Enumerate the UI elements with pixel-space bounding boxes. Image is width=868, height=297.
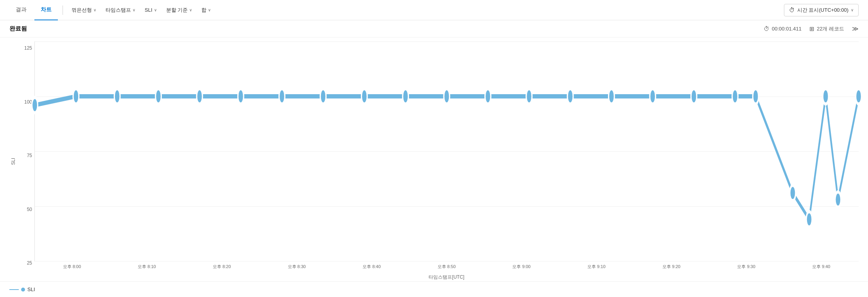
line-chart [35,41,859,261]
status-title: 완료됨 [9,25,27,32]
x-tick: 오후 9:10 [559,264,634,273]
svg-point-0 [32,97,38,113]
x-tick: 오후 9:40 [784,264,859,273]
legend-line [9,289,19,290]
chevron-down-icon: ∨ [154,8,157,12]
dropdown-timestamp[interactable]: 타임스탬프 ∨ [102,4,139,16]
nav-divider [63,5,63,15]
svg-point-20 [806,212,812,227]
x-tick: 오후 8:30 [259,264,334,273]
timer-icon: ⏱ [764,25,769,32]
svg-point-15 [650,89,656,104]
svg-point-1 [73,89,79,104]
duration-value: 00:00:01.411 [772,26,802,32]
svg-point-9 [403,89,409,104]
svg-point-11 [485,89,491,104]
tab-results[interactable]: 결과 [9,0,33,20]
dropdown-sli[interactable]: SLI ∨ [141,5,161,15]
dropdown-line-type[interactable]: 꺾은선형 ∨ [68,4,100,16]
y-tick: 125 [19,45,34,51]
svg-point-12 [526,89,532,104]
svg-point-4 [197,89,203,104]
svg-point-2 [114,89,120,104]
x-axis: 오후 8:00오후 8:10오후 8:20오후 8:30오후 8:40오후 8:… [34,261,859,273]
grid-line [35,261,859,261]
time-display[interactable]: ⏱ 시간 표시(UTC+00:00) ∨ [784,4,859,16]
chevron-down-icon: ∨ [851,8,854,12]
duration-item: ⏱ 00:00:01.411 [764,25,802,32]
records-item: ⊞ 22개 레코드 [809,25,844,32]
clock-icon: ⏱ [789,7,795,13]
records-value: 22개 레코드 [817,25,844,32]
x-tick: 오후 9:30 [709,264,784,273]
svg-point-16 [691,89,697,104]
chart-plot: 오후 8:00오후 8:10오후 8:20오후 8:30오후 8:40오후 8:… [34,41,859,281]
y-tick: 50 [19,207,34,212]
legend-item-sli: SLI [9,286,35,292]
x-tick: 오후 8:20 [184,264,259,273]
svg-point-14 [609,89,615,104]
svg-point-5 [238,89,244,104]
legend-label: SLI [27,286,35,292]
y-tick: 75 [19,153,34,158]
svg-point-23 [856,89,862,104]
x-tick: 오후 8:10 [109,264,185,273]
svg-point-6 [279,89,285,104]
chart-container: SLI 125100755025 오후 8:00오후 8:10오후 8:20오후… [0,38,868,281]
tab-chart[interactable]: 차트 [34,0,58,20]
legend-dot [21,288,25,292]
table-icon: ⊞ [809,25,814,32]
x-tick: 오후 9:00 [484,264,559,273]
svg-point-13 [567,89,573,104]
svg-point-21 [823,89,829,104]
svg-point-10 [444,89,450,104]
grid-area [34,41,859,261]
y-axis-label: SLI [9,41,17,281]
legend: SLI [0,281,868,297]
svg-point-7 [320,89,326,104]
x-tick: 오후 8:40 [334,264,409,273]
svg-point-17 [732,89,738,104]
status-right: ⏱ 00:00:01.411 ⊞ 22개 레코드 ≫ [764,25,859,32]
status-bar: 완료됨 ⏱ 00:00:01.411 ⊞ 22개 레코드 ≫ [0,20,868,38]
svg-point-8 [361,89,367,104]
x-tick: 오후 8:50 [409,264,484,273]
svg-point-19 [790,185,796,200]
chart-area: SLI 125100755025 오후 8:00오후 8:10오후 8:20오후… [9,38,859,281]
y-tick: 25 [19,260,34,266]
svg-point-18 [753,89,759,104]
chevron-down-icon: ∨ [93,8,96,12]
top-nav: 결과 차트 꺾은선형 ∨ 타임스탬프 ∨ SLI ∨ 분할 기준 ∨ 합 ∨ ⏱… [0,0,868,20]
svg-point-22 [835,192,841,207]
chevron-down-icon: ∨ [189,8,192,12]
svg-point-3 [156,89,161,104]
x-tick: 오후 9:20 [634,264,709,273]
x-axis-title: 타임스탬프[UTC] [34,273,859,281]
expand-icon[interactable]: ≫ [852,25,859,32]
chevron-down-icon: ∨ [133,8,135,12]
x-tick: 오후 8:00 [34,264,109,273]
chevron-down-icon: ∨ [208,8,211,12]
dropdown-split[interactable]: 분할 기준 ∨ [162,4,196,16]
dropdown-agg[interactable]: 합 ∨ [197,4,215,16]
y-axis: 125100755025 [19,41,34,281]
